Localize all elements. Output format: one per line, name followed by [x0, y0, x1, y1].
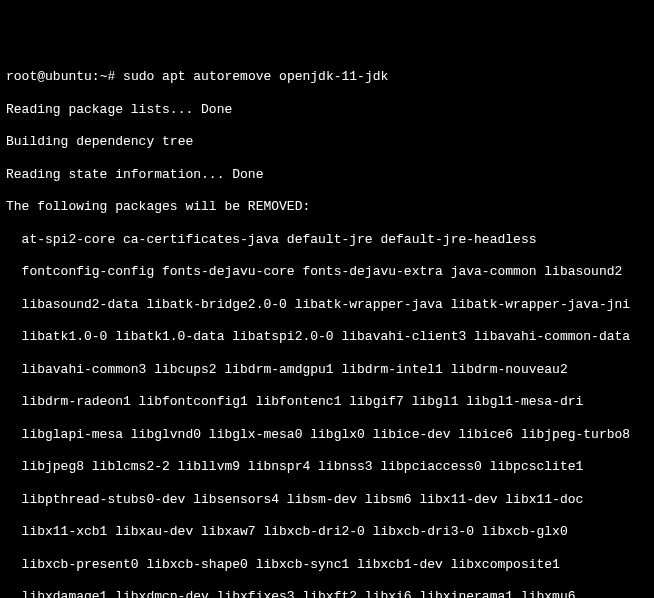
prompt-host: ubuntu: [45, 69, 92, 84]
package-list-line: libpthread-stubs0-dev libsensors4 libsm-…: [6, 492, 648, 508]
package-list-line: libglapi-mesa libglvnd0 libglx-mesa0 lib…: [6, 427, 648, 443]
output-line: The following packages will be REMOVED:: [6, 199, 648, 215]
command-line: root@ubuntu:~# sudo apt autoremove openj…: [6, 69, 648, 85]
output-line: Reading state information... Done: [6, 167, 648, 183]
package-list-line: libxcb-present0 libxcb-shape0 libxcb-syn…: [6, 557, 648, 573]
package-list-line: libasound2-data libatk-bridge2.0-0 libat…: [6, 297, 648, 313]
output-line: Reading package lists... Done: [6, 102, 648, 118]
output-line: Building dependency tree: [6, 134, 648, 150]
package-list-line: at-spi2-core ca-certificates-java defaul…: [6, 232, 648, 248]
prompt-hash: #: [107, 69, 123, 84]
package-list-line: libdrm-radeon1 libfontconfig1 libfontenc…: [6, 394, 648, 410]
prompt-user: root: [6, 69, 37, 84]
package-list-line: libjpeg8 liblcms2-2 libllvm9 libnspr4 li…: [6, 459, 648, 475]
command-text: sudo apt autoremove openjdk-11-jdk: [123, 69, 388, 84]
package-list-line: libavahi-common3 libcups2 libdrm-amdgpu1…: [6, 362, 648, 378]
package-list-line: fontconfig-config fonts-dejavu-core font…: [6, 264, 648, 280]
package-list-line: libxdamage1 libxdmcp-dev libxfixes3 libx…: [6, 589, 648, 598]
prompt-colon: :: [92, 69, 100, 84]
package-list-line: libatk1.0-0 libatk1.0-data libatspi2.0-0…: [6, 329, 648, 345]
prompt-at: @: [37, 69, 45, 84]
package-list-line: libx11-xcb1 libxau-dev libxaw7 libxcb-dr…: [6, 524, 648, 540]
